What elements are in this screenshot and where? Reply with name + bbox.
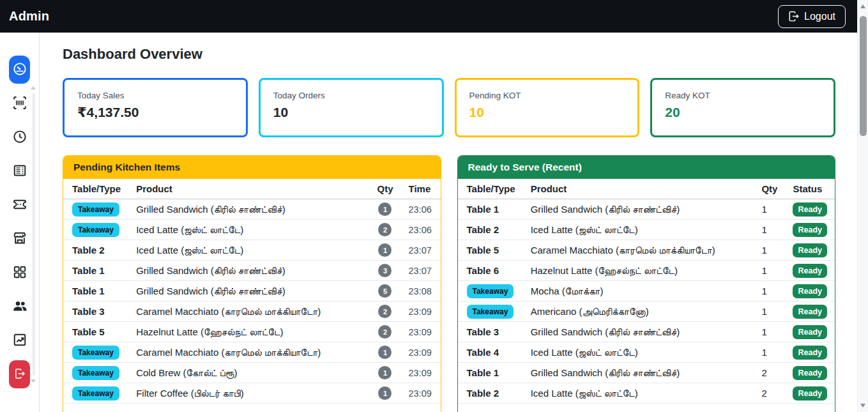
qty-badge: 1 bbox=[378, 346, 392, 359]
barcode-scan-icon bbox=[13, 96, 27, 112]
scrollbar-thumb[interactable] bbox=[860, 16, 867, 136]
qty-badge: 1 bbox=[378, 243, 392, 257]
takeaway-badge: Takeaway bbox=[72, 223, 119, 237]
stat-value: 10 bbox=[273, 105, 429, 120]
app-window: Admin Logout bbox=[0, 0, 868, 412]
time-cell: 23:09 bbox=[401, 342, 441, 363]
table-number-label: Table 1 bbox=[72, 265, 105, 276]
product-cell: Grilled Sandwich (கிரில் சாண்ட்விச்) bbox=[523, 322, 754, 342]
ready-status-badge: Ready bbox=[793, 386, 827, 401]
ready-item-row: Table 1Grilled Sandwich (கிரில் சாண்ட்வி… bbox=[458, 199, 835, 220]
status-cell: Ready bbox=[785, 363, 835, 383]
takeaway-badge: Takeaway bbox=[467, 305, 514, 319]
ready-item-row: Table 5Caramel Macchiato (காரமெல் மாக்கி… bbox=[458, 240, 835, 261]
qty-badge: 2 bbox=[378, 325, 392, 339]
qty-cell: 1 bbox=[754, 322, 785, 342]
table-number-label: Table 1 bbox=[72, 286, 105, 296]
sidebar-item-categories[interactable] bbox=[6, 259, 34, 287]
qty-cell: 1 bbox=[754, 240, 785, 261]
ready-panel-title: Ready to Serve (Recent) bbox=[458, 156, 835, 179]
logout-icon bbox=[788, 11, 799, 22]
sidebar-scrollbar[interactable] bbox=[33, 93, 35, 376]
ready-status-badge: Ready bbox=[793, 243, 827, 257]
pending-item-row: Table 3Caramel Macchiato (காரமெல் மாக்கி… bbox=[63, 301, 441, 322]
qty-cell: 2 bbox=[369, 301, 400, 322]
product-cell: Iced Latte (ஜஸ்ட் லாட்டே) bbox=[523, 220, 754, 240]
pending-item-row: Table 2Iced Latte (ஜஸ்ட் லாட்டே)123:07 bbox=[63, 240, 441, 261]
stat-value: 10 bbox=[469, 105, 625, 120]
product-cell: Iced Latte (ஜஸ்ட் லாட்டே) bbox=[128, 240, 369, 261]
column-header-qty: Qty bbox=[754, 179, 785, 199]
stat-label: Today Orders bbox=[273, 91, 429, 100]
table-type-cell: Table 1 bbox=[63, 261, 128, 281]
ready-status-badge: Ready bbox=[793, 325, 827, 339]
product-cell: Iced Latte (ஜஸ்ட் லாட்டே) bbox=[523, 383, 754, 404]
product-cell: Iced Latte (ஜஸ்ட் லாட்டே) bbox=[128, 220, 369, 240]
sidebar-item-orders[interactable] bbox=[6, 157, 34, 185]
sidebar-item-dashboard[interactable] bbox=[9, 56, 30, 84]
table-number-label: Table 1 bbox=[467, 367, 499, 378]
table-number-label: Table 2 bbox=[467, 224, 499, 235]
sidebar-scroll-down-arrow[interactable] bbox=[31, 379, 36, 383]
qty-cell: 1 bbox=[754, 199, 785, 220]
table-type-cell: Takeaway bbox=[63, 220, 128, 240]
table-number-label: Table 1 bbox=[467, 204, 499, 215]
table-number-label: Table 6 bbox=[467, 265, 499, 276]
sidebar-item-kot[interactable] bbox=[6, 191, 34, 219]
sidebar-item-store[interactable] bbox=[6, 225, 34, 253]
qty-cell: 1 bbox=[754, 301, 785, 322]
sidebar-item-barcode[interactable] bbox=[6, 89, 34, 118]
time-cell: 23:09 bbox=[401, 301, 441, 322]
stat-card-today-orders: Today Orders10 bbox=[259, 78, 444, 137]
sidebar-scroll-up-arrow[interactable] bbox=[31, 86, 36, 89]
top-navbar: Admin Logout bbox=[0, 0, 857, 33]
qty-cell: 1 bbox=[754, 342, 785, 363]
logout-red-icon bbox=[14, 368, 26, 381]
ready-status-badge: Ready bbox=[793, 284, 827, 298]
stat-card-pending-kot: Pending KOT10 bbox=[455, 78, 640, 137]
ready-status-badge: Ready bbox=[793, 366, 827, 380]
time-cell: 23:09 bbox=[401, 383, 441, 404]
column-header-qty: Qty bbox=[369, 179, 400, 199]
sidebar-item-analytics[interactable] bbox=[6, 326, 34, 355]
table-type-cell: Takeaway bbox=[458, 281, 523, 301]
status-cell: Ready bbox=[785, 322, 835, 342]
pending-item-row: TakeawayCold Brew (கோல்ட் ப்ரூ)123:09 bbox=[63, 363, 441, 383]
scrollbar-down-arrow[interactable] bbox=[860, 404, 865, 408]
time-cell: 23:06 bbox=[401, 220, 441, 240]
stat-card-ready-kot: Ready KOT20 bbox=[650, 78, 835, 137]
panels-row: Pending Kitchen Items Table/Type Product… bbox=[63, 155, 835, 412]
table-type-cell: Table 3 bbox=[63, 301, 128, 322]
table-type-cell: Takeaway bbox=[63, 383, 128, 404]
page-scrollbar[interactable] bbox=[857, 0, 868, 412]
qty-cell: 1 bbox=[754, 261, 785, 281]
product-cell: Hazelnut Latte (ஹேசல்நட் லாட்டே) bbox=[128, 322, 369, 342]
ready-item-row: Table 6Hazelnut Latte (ஹேசல்நட் லாட்டே)1… bbox=[458, 261, 835, 281]
app-title: Admin bbox=[9, 9, 49, 24]
logout-button[interactable]: Logout bbox=[778, 5, 846, 28]
takeaway-badge: Takeaway bbox=[72, 202, 119, 217]
qty-cell: 2 bbox=[754, 363, 785, 383]
ready-item-row: Table 2Iced Latte (ஜஸ்ட் லாட்டே)1Ready bbox=[458, 220, 835, 240]
table-type-cell: Table 2 bbox=[458, 383, 523, 404]
qty-cell: 2 bbox=[369, 220, 400, 240]
takeaway-badge: Takeaway bbox=[72, 366, 119, 380]
product-cell: Grilled Sandwich (கிரில் சாண்ட்விச்) bbox=[128, 199, 369, 220]
ready-item-row: TakeawayAmericano (அமெரிக்கானோ)1Ready bbox=[458, 301, 835, 322]
sidebar-item-users[interactable] bbox=[6, 293, 34, 321]
product-cell: Grilled Sandwich (கிரில் சாண்ட்விச்) bbox=[128, 281, 369, 301]
time-cell: 23:08 bbox=[401, 281, 441, 301]
sidebar-logout-button[interactable] bbox=[9, 360, 30, 388]
status-cell: Ready bbox=[785, 342, 835, 363]
product-cell: Caramel Macchiato (காரமெல் மாக்கியாடோ) bbox=[523, 240, 754, 261]
table-type-cell: Table 4 bbox=[458, 342, 523, 363]
qty-badge: 5 bbox=[378, 284, 392, 298]
product-cell: Filter Coffee (பில்டர் காபி) bbox=[128, 383, 369, 404]
sidebar-item-history[interactable] bbox=[6, 123, 34, 151]
pending-item-row: Table 5Hazelnut Latte (ஹேசல்நட் லாட்டே)2… bbox=[63, 322, 441, 342]
table-number-label: Table 2 bbox=[467, 388, 499, 399]
sidebar bbox=[0, 33, 40, 412]
qty-cell: 3 bbox=[369, 261, 400, 281]
column-header-table-type: Table/Type bbox=[458, 179, 523, 199]
scrollbar-up-arrow[interactable] bbox=[860, 4, 865, 8]
